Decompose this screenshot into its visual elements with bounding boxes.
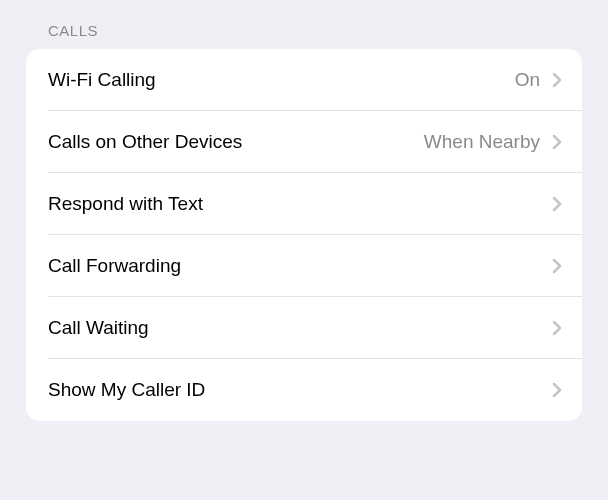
row-wifi-calling[interactable]: Wi-Fi Calling On xyxy=(26,49,582,111)
row-label: Wi-Fi Calling xyxy=(48,69,515,91)
row-call-forwarding[interactable]: Call Forwarding xyxy=(26,235,582,297)
section-header-calls: CALLS xyxy=(0,0,608,49)
row-label: Call Forwarding xyxy=(48,255,540,277)
row-label: Show My Caller ID xyxy=(48,379,540,401)
row-value: On xyxy=(515,69,540,91)
row-label: Respond with Text xyxy=(48,193,540,215)
chevron-right-icon xyxy=(552,382,562,398)
row-calls-on-other-devices[interactable]: Calls on Other Devices When Nearby xyxy=(26,111,582,173)
settings-list: Wi-Fi Calling On Calls on Other Devices … xyxy=(26,49,582,421)
chevron-right-icon xyxy=(552,134,562,150)
row-call-waiting[interactable]: Call Waiting xyxy=(26,297,582,359)
row-show-my-caller-id[interactable]: Show My Caller ID xyxy=(26,359,582,421)
row-label: Call Waiting xyxy=(48,317,540,339)
row-value: When Nearby xyxy=(424,131,540,153)
chevron-right-icon xyxy=(552,72,562,88)
chevron-right-icon xyxy=(552,196,562,212)
chevron-right-icon xyxy=(552,320,562,336)
row-respond-with-text[interactable]: Respond with Text xyxy=(26,173,582,235)
chevron-right-icon xyxy=(552,258,562,274)
row-label: Calls on Other Devices xyxy=(48,131,424,153)
